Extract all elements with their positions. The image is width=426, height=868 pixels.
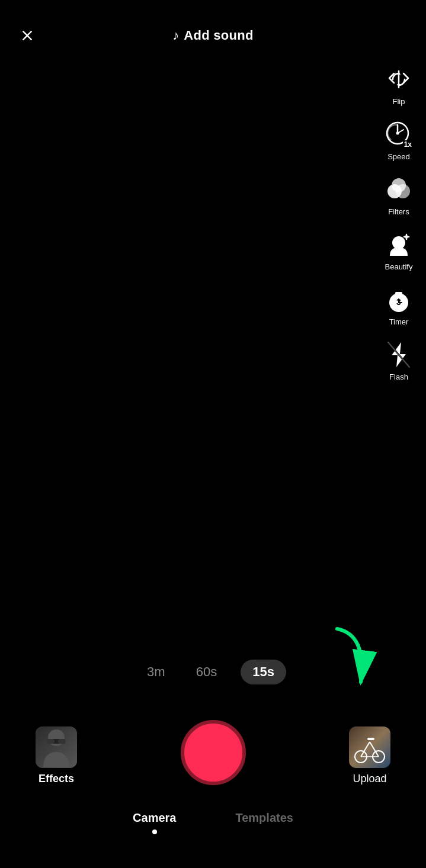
svg-line-21 [361,742,370,757]
record-button-inner [187,726,239,779]
svg-line-22 [370,742,379,757]
timer-label: Timer [389,317,409,326]
speed-value: 1x [403,140,413,149]
templates-nav-label: Templates [235,811,293,825]
flash-tool[interactable]: Flash [381,335,417,386]
svg-point-3 [396,132,399,135]
speed-tool[interactable]: 1x Speed [381,114,417,166]
speed-icon: 1x [383,119,414,150]
svg-rect-17 [58,739,66,744]
speed-icon-wrap: 1x [383,119,414,150]
record-button[interactable] [181,720,246,785]
upload-label: Upload [353,773,386,785]
effects-thumbnail [36,726,77,768]
duration-15s[interactable]: 15s [241,660,286,684]
effects-thumb-inner [36,726,77,768]
camera-screen: ♪ Add sound Flip [0,0,426,868]
duration-60s[interactable]: 60s [189,660,224,684]
beautify-icon [383,229,414,260]
upload-button[interactable]: Upload [349,726,390,785]
duration-3m[interactable]: 3m [140,660,172,684]
bottom-controls: Effects [0,720,426,785]
add-sound-button[interactable]: ♪ Add sound [172,28,254,43]
close-icon [19,27,36,44]
beautify-tool[interactable]: Beautify [381,224,417,276]
effects-button[interactable]: Effects [36,726,77,785]
camera-nav-label: Camera [133,811,176,825]
filters-icon-svg [384,175,414,204]
svg-point-6 [392,178,406,192]
add-sound-label: Add sound [184,28,254,43]
filters-tool[interactable]: Filters [381,169,417,221]
arrow-svg [319,623,379,700]
flip-icon [383,64,414,95]
flip-label: Flip [393,97,405,106]
svg-rect-24 [367,738,374,740]
upload-thumb-inner [349,726,390,768]
timer-icon-svg: 3 [384,285,414,314]
person-silhouette [39,727,74,767]
flash-icon [383,339,414,370]
flash-label: Flash [389,372,408,381]
svg-rect-9 [395,292,402,294]
music-icon: ♪ [172,28,179,43]
bottom-nav: Camera Templates [0,797,426,868]
upload-thumbnail [349,726,390,768]
flip-tool[interactable]: Flip [381,59,417,111]
nav-templates[interactable]: Templates [235,811,293,825]
arrow-annotation [319,623,379,702]
svg-rect-18 [355,733,385,761]
effects-label: Effects [39,773,74,785]
speed-label: Speed [387,152,410,161]
beautify-label: Beautify [385,262,413,271]
sidebar-tools: Flip 1x Speed [381,59,417,386]
filters-label: Filters [388,207,409,216]
nav-active-indicator [152,830,157,834]
close-button[interactable] [14,22,40,49]
timer-icon: 3 [383,284,414,315]
svg-point-7 [392,236,405,249]
beautify-icon-svg [384,230,414,259]
upload-thumb-svg [352,727,387,767]
flip-icon-svg [386,66,412,92]
timer-tool[interactable]: 3 Timer [381,279,417,331]
filters-icon [383,174,414,205]
header: ♪ Add sound [0,0,426,53]
flash-icon-svg [386,340,412,369]
nav-camera[interactable]: Camera [133,811,176,834]
svg-rect-16 [47,739,55,744]
